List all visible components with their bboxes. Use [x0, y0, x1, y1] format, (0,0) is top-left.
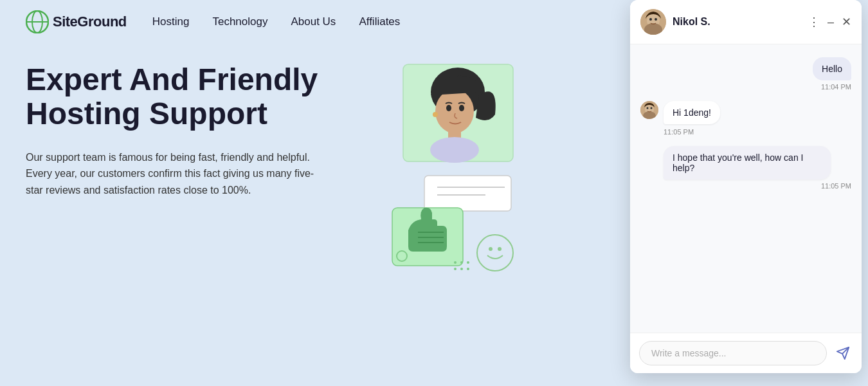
- message-hope-time: 11:05 PM: [664, 182, 851, 190]
- minimize-icon[interactable]: –: [827, 16, 834, 28]
- svg-point-26: [489, 247, 493, 251]
- svg-point-23: [467, 261, 469, 264]
- close-icon[interactable]: ✕: [842, 16, 851, 28]
- hero-title: Expert And Friendly Hosting Support: [26, 63, 360, 131]
- agent-name: Nikol S.: [673, 16, 802, 28]
- chat-messages: Hello 11:04 PM Hi 1deng! 11:05 PM: [630, 44, 862, 333]
- nav-link-technology[interactable]: Technology: [212, 15, 267, 28]
- svg-rect-11: [424, 176, 511, 211]
- svg-point-31: [649, 18, 652, 21]
- nav-item-about-us[interactable]: About Us: [291, 15, 336, 28]
- illustration-character: [402, 63, 514, 163]
- chat-input-area[interactable]: [630, 333, 862, 373]
- svg-point-10: [430, 137, 479, 163]
- chat-send-button[interactable]: [833, 344, 853, 363]
- agent-avatar-msg: [640, 101, 658, 119]
- message-hi-time: 11:05 PM: [664, 128, 720, 136]
- svg-point-25: [477, 235, 513, 271]
- svg-point-21: [454, 268, 457, 270]
- nav-item-hosting[interactable]: Hosting: [152, 15, 190, 28]
- message-hi-content: Hi 1deng! 11:05 PM: [664, 101, 720, 136]
- message-hello-bubble: Hello: [813, 57, 851, 80]
- illustration-thumbsup: [386, 169, 514, 279]
- logo[interactable]: SiteGround: [26, 10, 127, 33]
- hero-description: Our support team is famous for being fas…: [26, 149, 321, 199]
- svg-point-22: [460, 268, 463, 270]
- svg-point-19: [454, 261, 457, 264]
- message-hello: Hello 11:04 PM: [640, 57, 851, 91]
- agent-avatar-header: [640, 9, 666, 35]
- message-hope-bubble: I hope that you're well, how can I help?: [664, 146, 831, 179]
- message-hope: I hope that you're well, how can I help?…: [640, 146, 851, 190]
- chat-header-controls[interactable]: ⋮ – ✕: [808, 16, 851, 28]
- nav-link-about-us[interactable]: About Us: [291, 15, 336, 28]
- nav-item-technology[interactable]: Technology: [212, 15, 267, 28]
- svg-point-9: [433, 112, 438, 117]
- chat-widget: Nikol S. ⋮ – ✕ Hello 11:04 PM: [630, 0, 862, 373]
- hero-illustration: [386, 63, 514, 279]
- chat-header: Nikol S. ⋮ – ✕: [630, 0, 862, 44]
- svg-point-24: [467, 268, 469, 270]
- svg-point-32: [655, 18, 657, 21]
- message-hi: Hi 1deng! 11:05 PM: [640, 101, 851, 136]
- svg-point-5: [435, 89, 474, 133]
- send-icon: [836, 346, 850, 360]
- svg-point-37: [651, 107, 653, 109]
- agent-avatar-svg: [640, 9, 666, 35]
- more-options-icon[interactable]: ⋮: [808, 16, 820, 28]
- svg-point-27: [498, 247, 502, 251]
- chat-message-input[interactable]: [639, 341, 827, 365]
- svg-point-20: [460, 261, 463, 264]
- logo-icon: [26, 10, 49, 33]
- nav-item-affiliates[interactable]: Affiliates: [359, 15, 400, 28]
- nav-link-hosting[interactable]: Hosting: [152, 15, 190, 28]
- agent-avatar-small-svg: [640, 101, 658, 119]
- svg-point-8: [459, 105, 464, 111]
- logo-text: SiteGround: [53, 14, 127, 30]
- message-hello-time: 11:04 PM: [821, 83, 851, 91]
- hero-text-block: Expert And Friendly Hosting Support Our …: [26, 63, 360, 198]
- nav-link-affiliates[interactable]: Affiliates: [359, 15, 400, 28]
- message-hi-bubble: Hi 1deng!: [664, 101, 720, 124]
- svg-point-36: [647, 107, 649, 109]
- svg-point-7: [446, 105, 451, 111]
